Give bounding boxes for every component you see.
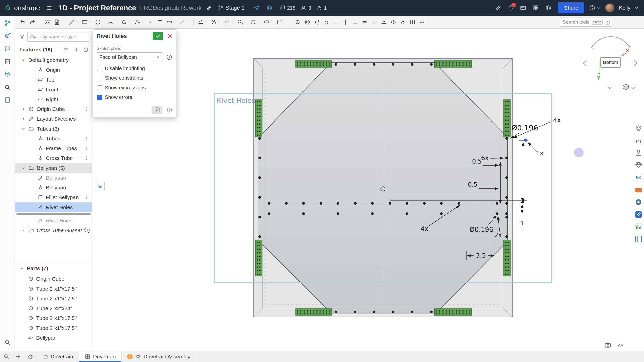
app-store-button[interactable] — [531, 3, 541, 13]
part-row[interactable]: Tube 2"x2"x24" — [15, 303, 92, 313]
sketch-name-label[interactable]: Rivet Holes — [217, 97, 255, 104]
sketch-plane-field[interactable]: Face of Bellypan — [97, 52, 163, 62]
checkbox-disable-imprinting[interactable]: Disable imprinting — [97, 66, 172, 71]
midpoint-tool-button[interactable] — [370, 17, 379, 27]
part-row[interactable]: Origin Cube — [15, 274, 92, 284]
sketch-point[interactable] — [458, 202, 460, 205]
redo-tool-button[interactable] — [28, 17, 37, 27]
sketch-point[interactable] — [440, 202, 443, 205]
feature-row[interactable]: Default geometry — [15, 55, 92, 65]
sketch-point[interactable] — [354, 202, 357, 205]
checkbox-show-errors[interactable]: Show errors — [97, 94, 172, 100]
cam-app-icon[interactable] — [635, 149, 642, 157]
suppress-icon[interactable] — [73, 47, 79, 53]
dimension-tool-button[interactable] — [196, 17, 209, 27]
sketch-point[interactable] — [371, 202, 374, 205]
sketch-point[interactable] — [505, 216, 508, 218]
copies-count[interactable]: 218 — [279, 5, 295, 11]
rollback-bar[interactable] — [15, 212, 92, 216]
dimension-label[interactable]: 0.5 — [472, 158, 482, 165]
sketch-point[interactable] — [505, 157, 508, 159]
versions-button[interactable] — [2, 18, 12, 28]
edit-sketch-button[interactable] — [152, 106, 162, 114]
display-mode-button[interactable] — [623, 84, 629, 90]
dimension-label[interactable]: 3.5 — [476, 252, 486, 259]
equal-tool-button[interactable] — [360, 17, 369, 27]
sketch-point[interactable] — [258, 157, 261, 159]
view-options-chevron[interactable] — [607, 87, 612, 89]
bellypan-plate[interactable] — [259, 62, 507, 314]
feature-row[interactable]: Cross Tube — [15, 153, 92, 163]
filter-funnel-icon[interactable] — [19, 34, 25, 40]
likes-count[interactable]: 1 — [316, 5, 327, 11]
text-tool-button[interactable] — [155, 17, 164, 27]
followers-count[interactable]: 3 — [300, 5, 311, 11]
undo-tool-button[interactable] — [18, 17, 27, 27]
arc-tool-button[interactable] — [106, 17, 119, 27]
feature-row[interactable]: Bellypan — [15, 183, 92, 192]
concentric-tool-button[interactable] — [303, 17, 312, 27]
draw-app-icon[interactable] — [635, 211, 642, 218]
trim-tool-button[interactable] — [209, 17, 222, 27]
copy-link-button[interactable] — [204, 3, 214, 13]
sketch-list-toggle[interactable] — [95, 182, 105, 191]
cancel-button[interactable] — [166, 32, 174, 40]
dimension-label[interactable]: 2 — [521, 197, 525, 204]
dimension-label[interactable]: 0.5 — [468, 181, 477, 188]
panel-splitter[interactable] — [15, 235, 92, 263]
clear-selection-button[interactable] — [156, 55, 160, 59]
tab-drivetrain[interactable]: Drivetrain — [36, 351, 79, 362]
point-tool-button[interactable] — [146, 17, 155, 27]
sketch-point[interactable] — [392, 63, 394, 66]
sketch-point[interactable] — [505, 212, 508, 215]
feature-row[interactable]: Rivet Holes — [15, 202, 92, 212]
comb-tool-button[interactable] — [418, 17, 427, 27]
search-tabs-button[interactable] — [0, 351, 12, 362]
feature-row[interactable]: Origin — [15, 65, 92, 75]
accept-button[interactable] — [153, 32, 163, 40]
sketch-point[interactable] — [373, 311, 375, 313]
notifications-button[interactable]: 1 — [506, 3, 516, 13]
sketch-point[interactable] — [505, 196, 508, 199]
sketch-point[interactable] — [406, 212, 408, 215]
parallel-tool-button[interactable] — [312, 17, 321, 27]
rect-tool-button[interactable] — [80, 17, 93, 27]
dxf-tool-button[interactable] — [52, 17, 61, 27]
dimension-label[interactable]: 4x — [553, 116, 561, 124]
sketch-point[interactable] — [389, 202, 391, 205]
part-row[interactable]: Tube 2"x1"x17.5" — [15, 284, 92, 294]
dimension-label[interactable]: 6x — [481, 154, 489, 162]
feature-options[interactable] — [84, 136, 89, 141]
feature-row[interactable]: Tubes (3) — [15, 124, 92, 134]
sketch-point[interactable] — [320, 202, 322, 205]
tangent-tool-button[interactable] — [322, 17, 331, 27]
chart-app-icon[interactable] — [635, 223, 642, 231]
sketch-point[interactable] — [285, 202, 288, 205]
sketch-point[interactable] — [406, 202, 408, 205]
sketch-point[interactable] — [373, 63, 375, 66]
performance-button[interactable] — [617, 342, 624, 349]
feature-row[interactable]: Origin Cube — [15, 104, 92, 114]
rotate-left-arrow[interactable] — [583, 60, 586, 66]
spline-tool-button[interactable] — [133, 17, 145, 27]
feature-options[interactable] — [84, 195, 89, 200]
dimension-label[interactable]: 2x — [494, 232, 502, 239]
sketch-point[interactable] — [505, 176, 508, 179]
polygon-tool-button[interactable] — [120, 17, 132, 27]
sketch-point[interactable] — [258, 216, 261, 218]
rotate-arc-arrow[interactable] — [592, 37, 630, 47]
sketch-point[interactable] — [423, 202, 426, 205]
public-document-button[interactable] — [264, 3, 274, 13]
image-tool-button[interactable] — [43, 17, 52, 27]
tab-drivetrain-assembly[interactable]: !Drivetrain Assembly — [122, 351, 196, 362]
offset-tool-button[interactable] — [262, 17, 274, 27]
sketch-point[interactable] — [258, 176, 261, 179]
sketch-point[interactable] — [337, 202, 339, 205]
selected-sketch-point[interactable] — [524, 139, 527, 142]
feature-options[interactable] — [84, 107, 89, 112]
fillet-tool-button[interactable] — [275, 17, 287, 27]
sketch-point[interactable] — [354, 311, 356, 313]
sketch-point[interactable] — [335, 311, 337, 313]
vert-tool-button[interactable] — [341, 17, 350, 27]
markup-button[interactable] — [2, 56, 12, 66]
